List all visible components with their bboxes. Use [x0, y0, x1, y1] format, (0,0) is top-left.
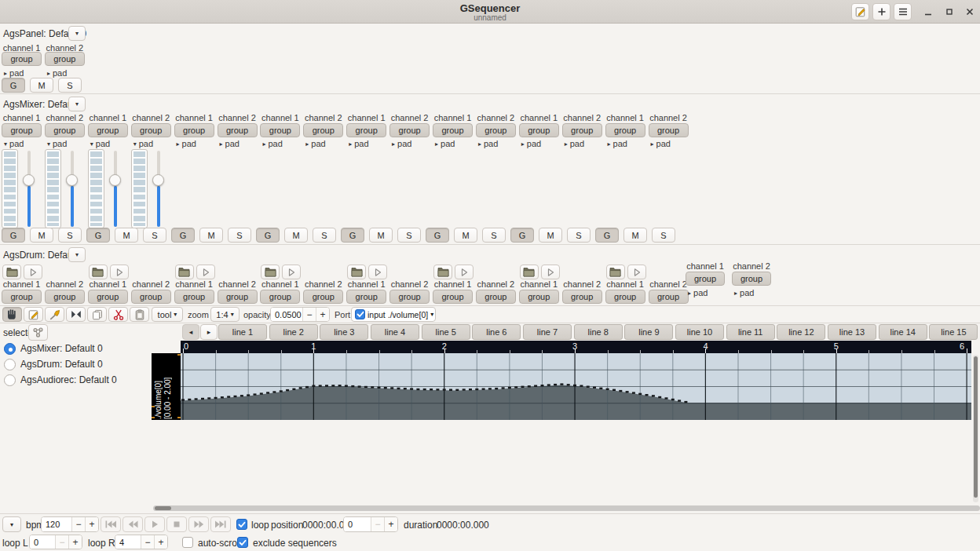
cut-tool-button[interactable] — [108, 307, 128, 322]
ruler-number: 0 — [184, 341, 188, 351]
tab-line-14[interactable]: line 14 — [879, 324, 927, 340]
skip-forward-icon — [214, 520, 227, 528]
tab-line-10[interactable]: line 10 — [675, 324, 724, 340]
paste-icon — [134, 309, 145, 320]
edit-icon — [28, 309, 39, 320]
selector-option-label: AgsAudiorec: Default 0 — [20, 374, 117, 385]
tab-line-15[interactable]: line 15 — [929, 324, 978, 340]
generated-content: line 1line 2line 3line 4line 5line 6line… — [0, 0, 980, 551]
edit-tool-button[interactable] — [24, 307, 43, 322]
seek-forward-icon — [193, 520, 205, 528]
selector-option-label: AgsDrum: Default 0 — [20, 359, 103, 370]
tab-line-12[interactable]: line 12 — [777, 324, 825, 340]
select-tool-button[interactable] — [66, 307, 86, 322]
gsequencer-window: { "window": {"title": "GSequencer", "sub… — [0, 0, 980, 551]
selector-radio-1[interactable] — [4, 343, 16, 355]
tab-line-11[interactable]: line 11 — [726, 324, 775, 340]
copy-tool-button[interactable] — [87, 307, 107, 322]
ruler-number: 6 — [960, 341, 964, 351]
seek-backward-icon — [127, 520, 139, 528]
stop-button[interactable] — [166, 516, 187, 532]
tab-line-7[interactable]: line 7 — [523, 324, 572, 340]
clear-tool-button[interactable] — [45, 307, 64, 322]
tab-line-9[interactable]: line 9 — [624, 324, 673, 340]
tab-line-3[interactable]: line 3 — [320, 324, 368, 340]
radio-dot — [9, 348, 13, 352]
tab-line-6[interactable]: line 6 — [472, 324, 521, 340]
select-icon — [71, 310, 82, 319]
position-tool-button[interactable] — [2, 307, 22, 322]
editor-ruler: 0123456 — [181, 341, 971, 353]
selector-radio-3[interactable] — [4, 374, 16, 386]
position-icon — [6, 308, 18, 320]
tab-line-13[interactable]: line 13 — [828, 324, 876, 340]
tab-line-4[interactable]: line 4 — [371, 324, 419, 340]
seek-forward-button[interactable] — [188, 516, 209, 532]
cut-icon — [113, 309, 124, 320]
play-icon — [150, 520, 159, 529]
copy-icon — [92, 309, 103, 320]
skip-forward-button[interactable] — [210, 516, 231, 532]
tab-line-5[interactable]: line 5 — [422, 324, 470, 340]
clear-icon — [49, 309, 60, 320]
selector-radio-2[interactable] — [4, 359, 16, 370]
tab-line-2[interactable]: line 2 — [269, 324, 318, 340]
play-button[interactable] — [144, 516, 165, 532]
tab-line-1[interactable]: line 1 — [218, 324, 267, 340]
stop-icon — [173, 520, 181, 528]
paste-tool-button[interactable] — [130, 307, 149, 322]
automation-area[interactable] — [181, 353, 971, 420]
skip-backward-button[interactable] — [101, 516, 121, 532]
skip-backward-icon — [104, 520, 117, 528]
selector-option-label: AgsMixer: Default 0 — [20, 343, 103, 354]
tab-line-8[interactable]: line 8 — [574, 324, 623, 340]
automation-chart[interactable] — [181, 353, 971, 420]
seek-backward-button[interactable] — [122, 516, 143, 532]
